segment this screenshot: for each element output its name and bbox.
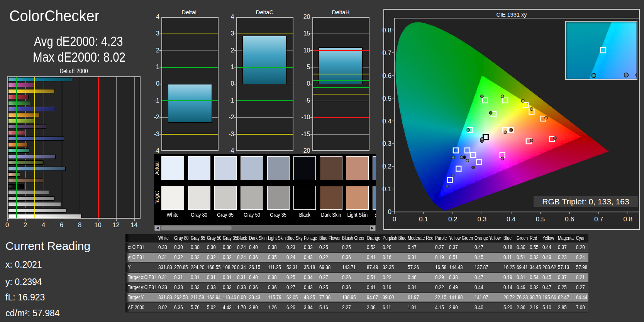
svg-text:0.8: 0.8	[382, 27, 391, 34]
svg-text:0.5: 0.5	[536, 216, 545, 223]
svg-text:0.7: 0.7	[594, 216, 603, 223]
svg-text:0.8: 0.8	[623, 216, 632, 223]
svg-text:0.5: 0.5	[382, 95, 391, 102]
svg-text:0: 0	[388, 208, 391, 216]
svg-text:0.6: 0.6	[565, 216, 574, 223]
svg-text:0.6: 0.6	[382, 72, 391, 79]
svg-text:0.2: 0.2	[448, 216, 458, 223]
svg-text:0.4: 0.4	[382, 118, 391, 125]
svg-text:0.4: 0.4	[507, 216, 516, 223]
svg-text:0.1: 0.1	[419, 216, 428, 223]
svg-text:RGB Triplet: 0, 133, 163: RGB Triplet: 0, 133, 163	[542, 197, 629, 206]
svg-text:0.3: 0.3	[477, 216, 486, 223]
svg-text:0.2: 0.2	[382, 163, 391, 170]
svg-text:0.1: 0.1	[382, 185, 391, 193]
svg-text:0.3: 0.3	[382, 140, 391, 147]
svg-text:0: 0	[393, 216, 396, 223]
svg-text:0.7: 0.7	[382, 49, 391, 57]
